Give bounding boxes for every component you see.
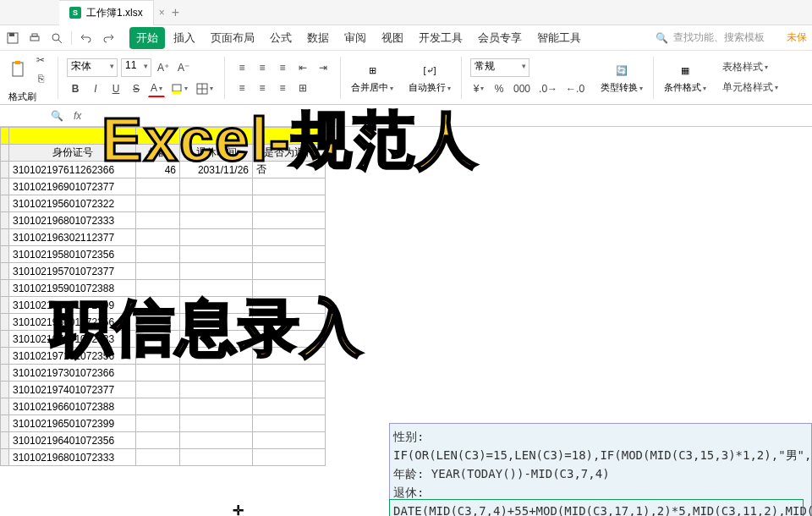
conditional-format-button[interactable]: ▦ 条件格式: [659, 61, 711, 94]
font-size-select[interactable]: 11: [121, 58, 151, 77]
cell-id[interactable]: 310102196302112377: [9, 229, 136, 246]
wrap-text-button[interactable]: [⤶] 自动换行: [403, 61, 456, 94]
cell-rehire[interactable]: [253, 415, 326, 432]
table-row[interactable]: 310102195601072322: [1, 195, 326, 212]
cell-retire[interactable]: [180, 195, 253, 212]
decrease-font-icon[interactable]: A⁻: [175, 59, 192, 76]
cell-id[interactable]: 310102195701072377: [9, 263, 136, 280]
tab-view[interactable]: 视图: [375, 27, 410, 49]
cell-style-button[interactable]: 单元格样式: [720, 80, 781, 96]
cell-age[interactable]: [136, 212, 180, 229]
table-row[interactable]: 310102195801072356: [1, 246, 326, 263]
copy-icon[interactable]: ⎘: [32, 70, 49, 87]
align-left-icon[interactable]: ≡: [233, 80, 250, 96]
cell-retire[interactable]: [180, 382, 253, 398]
tab-member[interactable]: 会员专享: [471, 27, 529, 49]
cell-rehire[interactable]: [253, 449, 326, 466]
new-tab-button[interactable]: +: [172, 5, 179, 20]
table-row[interactable]: 310102196501072399: [1, 415, 326, 432]
table-style-button[interactable]: 表格样式: [720, 59, 771, 76]
font-color-button[interactable]: A: [148, 80, 165, 97]
cell-retire[interactable]: [180, 432, 253, 449]
border-button[interactable]: [194, 80, 216, 97]
tab-smarttools[interactable]: 智能工具: [530, 27, 588, 49]
cell-id[interactable]: 310102195601072322: [9, 195, 136, 212]
merge-cells-button[interactable]: ⊞ 合并居中: [346, 61, 398, 94]
tab-insert[interactable]: 插入: [167, 27, 202, 49]
table-row[interactable]: 310102195701072377: [1, 263, 326, 280]
search-placeholder[interactable]: 查找功能、搜索模板: [673, 30, 765, 45]
cell-rehire[interactable]: [253, 263, 326, 280]
type-convert-button[interactable]: 🔄 类型转换: [595, 61, 648, 94]
align-right-icon[interactable]: ≡: [274, 80, 291, 96]
cell-retire[interactable]: [180, 229, 253, 246]
cell-id[interactable]: 310102196801072333: [9, 212, 136, 229]
tab-formula[interactable]: 公式: [263, 27, 299, 49]
redo-icon[interactable]: [101, 30, 116, 46]
percent-button[interactable]: %: [491, 80, 508, 97]
table-row[interactable]: 310102196401072356: [1, 432, 326, 449]
cell-age[interactable]: [136, 432, 180, 449]
cell-id[interactable]: 310102196501072399: [9, 415, 136, 432]
table-row[interactable]: 310102196601072388: [1, 398, 326, 415]
fill-color-button[interactable]: [168, 80, 190, 97]
cell-id[interactable]: 310102196401072356: [9, 432, 136, 449]
cell-id[interactable]: 310102197401072377: [9, 382, 136, 398]
format-painter-label[interactable]: 格式刷: [8, 91, 36, 103]
undo-icon[interactable]: [79, 30, 94, 46]
align-top-icon[interactable]: ≡: [233, 59, 250, 76]
search-mini-icon[interactable]: 🔍: [51, 110, 63, 122]
cell-retire[interactable]: [180, 449, 253, 466]
align-bottom-icon[interactable]: ≡: [274, 59, 291, 76]
print-icon[interactable]: [27, 30, 42, 46]
italic-button[interactable]: I: [87, 80, 104, 97]
table-row[interactable]: 310102197401072377: [1, 382, 326, 398]
cut-icon[interactable]: ✂: [32, 52, 49, 69]
table-row[interactable]: 310102196302112377: [1, 229, 326, 246]
cell-id[interactable]: 310102195801072356: [9, 246, 136, 263]
table-row[interactable]: 310102196801072333: [1, 449, 326, 466]
comma-button[interactable]: 000: [511, 80, 533, 97]
tab-data[interactable]: 数据: [300, 27, 336, 49]
cell-id[interactable]: 310102196801072333: [9, 449, 136, 466]
cell-age[interactable]: [136, 246, 180, 263]
cell-retire[interactable]: [180, 415, 253, 432]
preview-icon[interactable]: [49, 30, 64, 46]
cell-age[interactable]: [136, 415, 180, 432]
tab-devtools[interactable]: 开发工具: [412, 27, 469, 49]
cell-retire[interactable]: [180, 212, 253, 229]
tab-close-icon[interactable]: ×: [159, 7, 165, 19]
indent-left-icon[interactable]: ⇤: [294, 59, 311, 76]
cell-age[interactable]: [136, 382, 180, 398]
cell-rehire[interactable]: [253, 229, 326, 246]
paste-icon[interactable]: [8, 61, 29, 78]
indent-right-icon[interactable]: ⇥: [315, 59, 332, 76]
cell-rehire[interactable]: [253, 212, 326, 229]
cell-age[interactable]: [136, 195, 180, 212]
table-row[interactable]: 310102196801072333: [1, 212, 326, 229]
underline-button[interactable]: U: [107, 80, 124, 97]
cell-age[interactable]: [136, 229, 180, 246]
cell-rehire[interactable]: [253, 398, 326, 415]
align-middle-icon[interactable]: ≡: [254, 59, 271, 76]
cell-age[interactable]: [136, 263, 180, 280]
fx-label[interactable]: fx: [74, 110, 81, 122]
strikethrough-button[interactable]: S: [128, 80, 145, 97]
cell-rehire[interactable]: [253, 246, 326, 263]
currency-button[interactable]: ¥: [470, 80, 487, 97]
tab-review[interactable]: 审阅: [337, 27, 373, 49]
cell-id[interactable]: 310102196601072388: [9, 398, 136, 415]
decimal-decrease-icon[interactable]: ←.0: [563, 80, 587, 97]
cell-rehire[interactable]: [253, 195, 326, 212]
row-header-stub[interactable]: [1, 145, 9, 162]
align-center-icon[interactable]: ≡: [254, 80, 271, 96]
cell-retire[interactable]: [180, 398, 253, 415]
merge-icon[interactable]: ⊞: [294, 80, 311, 96]
document-tab[interactable]: S 工作簿1.xlsx: [59, 0, 154, 25]
bold-button[interactable]: B: [67, 80, 84, 97]
increase-font-icon[interactable]: A⁺: [155, 59, 172, 76]
font-name-select[interactable]: 宋体: [67, 58, 118, 77]
cell-rehire[interactable]: [253, 432, 326, 449]
save-icon[interactable]: [5, 30, 20, 46]
tab-home[interactable]: 开始: [129, 27, 165, 49]
